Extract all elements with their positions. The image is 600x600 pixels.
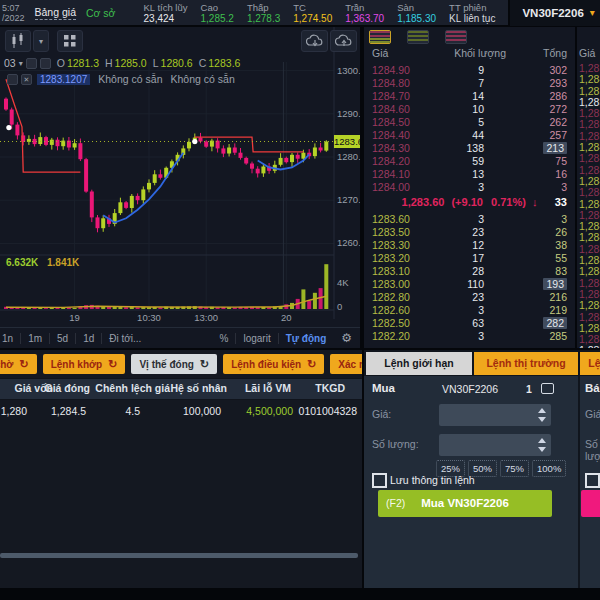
stepper-down-icon[interactable] bbox=[538, 417, 546, 422]
price-stepper[interactable] bbox=[537, 408, 547, 422]
gear-icon[interactable]: ⚙ bbox=[341, 331, 352, 345]
buy-price-label: Giá: bbox=[372, 408, 391, 420]
bid-row[interactable]: 1283.201755 bbox=[364, 252, 575, 265]
bid-volume: 110 bbox=[434, 278, 484, 291]
cloud-save-button[interactable] bbox=[330, 30, 357, 52]
bid-total-cell: 38 bbox=[484, 239, 575, 252]
buy-price-input[interactable] bbox=[439, 404, 551, 426]
horizontal-scrollbar[interactable] bbox=[0, 553, 358, 558]
qty-stepper[interactable] bbox=[537, 438, 547, 452]
symbol-selector[interactable]: VN30F2206 ▾ bbox=[508, 0, 600, 26]
chevron-down-icon: ▾ bbox=[590, 7, 595, 18]
candlestick-icon bbox=[10, 33, 26, 49]
ohlc-high-key: H bbox=[105, 57, 113, 69]
footer-item[interactable]: 1n bbox=[0, 333, 20, 344]
bid-row[interactable]: 1282.203285 bbox=[364, 330, 575, 343]
ask-row[interactable]: 1284.4044257 bbox=[364, 129, 575, 142]
ask-row[interactable]: 1284.909302 bbox=[364, 64, 575, 77]
refresh-icon[interactable]: ↻ bbox=[307, 358, 316, 371]
quote-stat: Cao1,285.2 bbox=[201, 2, 234, 24]
orderbook-view-bids-button[interactable] bbox=[407, 30, 429, 44]
copy-icon[interactable] bbox=[541, 383, 554, 394]
positions-tab[interactable]: Lệnh điều kiện↻ bbox=[223, 354, 324, 374]
ask-row[interactable]: 1284.7014286 bbox=[364, 90, 575, 103]
chart-canvas[interactable] bbox=[0, 27, 360, 323]
refresh-icon[interactable]: ↻ bbox=[200, 358, 209, 371]
footer-item[interactable]: 1m bbox=[21, 333, 49, 344]
save-order-checkbox[interactable] bbox=[372, 473, 387, 488]
trades-price-header: Giá bbox=[579, 47, 595, 59]
visibility-toggle-icon[interactable] bbox=[26, 58, 37, 69]
chevron-down-icon[interactable]: ▾ bbox=[19, 59, 23, 68]
percent-button[interactable]: 75% bbox=[500, 460, 529, 477]
save-order-checkbox[interactable] bbox=[585, 473, 600, 488]
positions-tab[interactable]: Xác nhận lệnh↻ bbox=[330, 354, 362, 374]
refresh-icon[interactable]: ↻ bbox=[108, 358, 117, 371]
positions-tab[interactable]: Lệnh chờ↻ bbox=[0, 354, 37, 374]
tab-price-board[interactable]: Bảng giá bbox=[35, 6, 76, 20]
refresh-icon[interactable]: ↻ bbox=[19, 358, 28, 371]
ask-row[interactable]: 1284.807293 bbox=[364, 77, 575, 90]
sell-button[interactable] bbox=[581, 490, 600, 517]
order-entry-tab[interactable]: Lệnh thị trường bbox=[474, 352, 578, 375]
positions-tab[interactable]: Lệnh khớp↻ bbox=[43, 354, 126, 374]
tab-underlying[interactable]: Cơ sở bbox=[86, 7, 116, 19]
multichart-layout-button[interactable] bbox=[57, 30, 83, 52]
bid-price: 1283.00 bbox=[364, 278, 434, 291]
order-entry-tab[interactable]: Lệnh giới hạn bbox=[366, 352, 472, 375]
bid-row[interactable]: 1282.603219 bbox=[364, 304, 575, 317]
ask-row[interactable]: 1284.0033 bbox=[364, 181, 575, 194]
footer-item[interactable]: 5d bbox=[50, 333, 75, 344]
order-entry-tab[interactable]: Lệnh điều kiện bbox=[580, 352, 600, 375]
visibility-toggle-icon[interactable] bbox=[7, 74, 18, 85]
cloud-load-button[interactable] bbox=[301, 30, 328, 52]
buy-button[interactable]: (F2) Mua VN30F2206 bbox=[378, 490, 552, 517]
bid-row[interactable]: 1283.301238 bbox=[364, 239, 575, 252]
positions-cell: 4,500,000 bbox=[223, 405, 293, 417]
stepper-up-icon[interactable] bbox=[538, 408, 546, 413]
stepper-up-icon[interactable] bbox=[538, 438, 546, 443]
buy-side-label: Mua bbox=[372, 382, 395, 394]
buy-qty-input[interactable] bbox=[439, 434, 551, 456]
buy-button-label: Mua VN30F2206 bbox=[421, 497, 509, 509]
bid-row[interactable]: 1283.00110193 bbox=[364, 278, 575, 291]
ask-rows-icon bbox=[370, 31, 390, 38]
positions-header-cell: TKGD bbox=[275, 382, 345, 394]
volume-current-label: 6.632K bbox=[6, 257, 38, 268]
settings-toggle-icon[interactable] bbox=[40, 58, 51, 69]
ask-volume: 5 bbox=[434, 116, 484, 129]
bid-total-cell: 55 bbox=[484, 252, 575, 265]
ask-row[interactable]: 1284.30138213 bbox=[364, 142, 575, 155]
orderbook-view-asks-button[interactable] bbox=[445, 30, 467, 44]
remove-indicator-icon[interactable]: ✕ bbox=[21, 74, 32, 85]
bid-row[interactable]: 1282.8023216 bbox=[364, 291, 575, 304]
bid-row[interactable]: 1283.6033 bbox=[364, 213, 575, 226]
price-axis-label: 1260.0 bbox=[337, 237, 360, 248]
percent-button[interactable]: 100% bbox=[532, 460, 566, 477]
legend-symbol[interactable]: 03 bbox=[4, 57, 16, 69]
buy-preset-qty[interactable]: 1 bbox=[526, 383, 532, 395]
bid-volume: 23 bbox=[434, 226, 484, 239]
stepper-down-icon[interactable] bbox=[538, 447, 546, 452]
ask-price: 1284.10 bbox=[364, 168, 434, 181]
bid-row[interactable]: 1283.502326 bbox=[364, 226, 575, 239]
bid-row[interactable]: 1283.102883 bbox=[364, 265, 575, 278]
ask-row[interactable]: 1284.6010272 bbox=[364, 103, 575, 116]
ask-row[interactable]: 1284.101316 bbox=[364, 168, 575, 181]
bid-total: 193 bbox=[543, 278, 567, 290]
positions-tab[interactable]: Vị thế đóng↻ bbox=[131, 354, 217, 374]
footer-item[interactable]: Đi tới... bbox=[102, 333, 148, 344]
footer-item[interactable]: logarit bbox=[236, 333, 277, 344]
bid-row[interactable]: 1282.5063282 bbox=[364, 317, 575, 330]
last-trade-row: 1,283.60 (+9.10 0.71%) ↓ 33 bbox=[364, 194, 575, 210]
chart-type-button[interactable] bbox=[5, 30, 31, 52]
positions-cell: 0101004328 bbox=[287, 405, 357, 417]
orderbook-view-combined-button[interactable] bbox=[369, 30, 391, 44]
chart-type-caret-button[interactable]: ▾ bbox=[33, 30, 49, 52]
ask-row[interactable]: 1284.505262 bbox=[364, 116, 575, 129]
footer-item[interactable]: Tự động bbox=[279, 333, 334, 344]
footer-item[interactable]: % bbox=[213, 333, 236, 344]
ask-total-cell: 3 bbox=[484, 181, 575, 194]
footer-item[interactable]: 1d bbox=[76, 333, 101, 344]
ask-row[interactable]: 1284.205975 bbox=[364, 155, 575, 168]
